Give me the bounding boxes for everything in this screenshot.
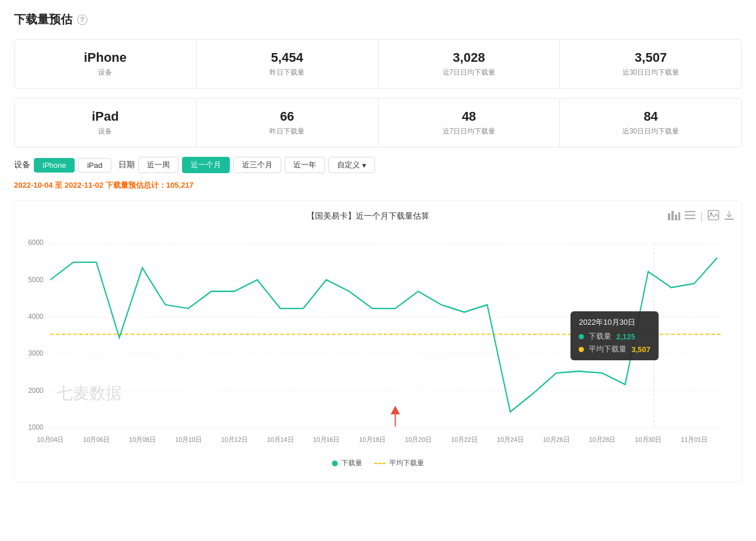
svg-rect-0 [668, 213, 670, 220]
legend-avg-label: 平均下载量 [389, 458, 424, 468]
svg-rect-9 [724, 219, 734, 220]
svg-text:10月10日: 10月10日 [175, 436, 201, 443]
svg-text:10月24日: 10月24日 [497, 436, 523, 443]
ipad-device-cell: iPad 设备 [15, 99, 197, 147]
filter-bar: 设备 iPhone iPad 日期 近一周 近一个月 近三个月 近一年 自定义 … [14, 157, 742, 173]
chart-area: 七麦数据 6000 5000 4000 3000 2000 1000 [22, 230, 734, 451]
svg-text:10月16日: 10月16日 [313, 436, 340, 443]
ipad-yesterday-label: 昨日下载量 [206, 127, 369, 136]
filter-3month-btn[interactable]: 近三个月 [233, 157, 281, 173]
iphone-device-name: iPhone [24, 50, 187, 65]
svg-text:10月20日: 10月20日 [405, 436, 431, 443]
filter-month-btn[interactable]: 近一个月 [182, 157, 230, 173]
svg-text:10月06日: 10月06日 [83, 436, 109, 443]
filter-ipad-btn[interactable]: iPad [78, 158, 111, 173]
bar-chart-icon[interactable] [667, 210, 680, 223]
svg-text:11月01日: 11月01日 [681, 436, 707, 443]
svg-text:10月26日: 10月26日 [543, 436, 569, 443]
ipad-yesterday-cell: 66 昨日下载量 [197, 99, 379, 147]
ipad-device-label: 设备 [24, 127, 187, 136]
svg-text:10月04日: 10月04日 [37, 436, 64, 443]
iphone-month-label: 近30日日均下载量 [569, 68, 732, 78]
chart-header: 【国美易卡】近一个月下载量估算 | [22, 210, 734, 223]
date-filter-label: 日期 [118, 160, 135, 170]
image-icon[interactable] [708, 210, 719, 223]
ipad-week-label: 近7日日均下载量 [388, 127, 551, 136]
svg-text:10月28日: 10月28日 [589, 436, 615, 443]
svg-text:1000: 1000 [28, 423, 43, 431]
filter-week-btn[interactable]: 近一周 [138, 157, 178, 173]
ipad-device-name: iPad [24, 109, 187, 124]
svg-text:10月08日: 10月08日 [129, 436, 155, 443]
iphone-week-cell: 3,028 近7日日均下载量 [379, 40, 561, 88]
ipad-week-cell: 48 近7日日均下载量 [379, 99, 561, 147]
iphone-week-value: 3,028 [388, 50, 551, 65]
ipad-month-cell: 84 近30日日均下载量 [560, 99, 741, 147]
iphone-device-cell: iPhone 设备 [15, 40, 197, 88]
svg-text:10月30日: 10月30日 [635, 436, 662, 443]
list-icon[interactable] [685, 211, 695, 222]
chart-title: 【国美易卡】近一个月下载量估算 [68, 211, 667, 222]
filter-custom-btn[interactable]: 自定义 ▾ [328, 157, 375, 173]
svg-rect-6 [685, 218, 695, 219]
iphone-month-cell: 3,507 近30日日均下载量 [560, 40, 741, 88]
iphone-month-value: 3,507 [569, 50, 732, 65]
svg-text:4000: 4000 [28, 312, 43, 321]
chart-svg: 6000 5000 4000 3000 2000 1000 [22, 230, 734, 451]
svg-marker-24 [391, 406, 400, 414]
ipad-month-label: 近30日日均下载量 [569, 127, 732, 136]
svg-text:6000: 6000 [28, 238, 43, 247]
legend-avg: 平均下载量 [374, 458, 424, 468]
svg-rect-3 [678, 212, 680, 220]
svg-text:10月22日: 10月22日 [451, 436, 477, 443]
svg-rect-1 [671, 211, 674, 220]
iphone-stats-card: iPhone 设备 5,454 昨日下载量 3,028 近7日日均下载量 3,5… [14, 39, 742, 89]
iphone-week-label: 近7日日均下载量 [388, 68, 551, 78]
ipad-week-value: 48 [388, 109, 551, 124]
legend-download: 下载量 [332, 458, 362, 468]
legend-download-label: 下载量 [341, 458, 362, 468]
device-filter-label: 设备 [14, 160, 30, 170]
svg-text:5000: 5000 [28, 275, 43, 283]
iphone-yesterday-value: 5,454 [206, 50, 369, 65]
date-filter-group: 日期 近一周 近一个月 近三个月 近一年 自定义 ▾ [118, 157, 375, 173]
legend-avg-line [374, 463, 386, 464]
svg-text:2000: 2000 [28, 386, 43, 394]
filter-iphone-btn[interactable]: iPhone [34, 158, 75, 173]
download-icon[interactable] [724, 210, 734, 223]
svg-text:10月12日: 10月12日 [221, 436, 247, 443]
svg-text:10月18日: 10月18日 [359, 436, 385, 443]
device-filter-group: 设备 iPhone iPad [14, 158, 111, 173]
page-title: 下载量预估 ? [14, 12, 742, 27]
svg-text:10月14日: 10月14日 [267, 436, 293, 443]
chart-legend: 下载量 平均下载量 [22, 458, 734, 468]
svg-rect-25 [395, 414, 396, 427]
chart-wrapper: 【国美易卡】近一个月下载量估算 | 七麦数据 6000 5 [14, 200, 742, 483]
iphone-yesterday-cell: 5,454 昨日下载量 [197, 40, 379, 88]
help-icon[interactable]: ? [77, 15, 88, 25]
ipad-yesterday-value: 66 [206, 109, 369, 124]
svg-text:3000: 3000 [28, 349, 43, 357]
chart-actions: | [667, 210, 734, 223]
svg-rect-2 [675, 215, 677, 220]
legend-download-dot [332, 461, 338, 466]
iphone-yesterday-label: 昨日下载量 [206, 68, 369, 78]
svg-rect-5 [685, 215, 695, 216]
filter-year-btn[interactable]: 近一年 [285, 157, 325, 173]
ipad-month-value: 84 [569, 109, 732, 124]
iphone-device-label: 设备 [24, 68, 187, 78]
total-text: 2022-10-04 至 2022-11-02 下载量预估总计：105,217 [14, 180, 742, 191]
svg-rect-4 [685, 211, 695, 212]
ipad-stats-card: iPad 设备 66 昨日下载量 48 近7日日均下载量 84 近30日日均下载… [14, 98, 742, 147]
